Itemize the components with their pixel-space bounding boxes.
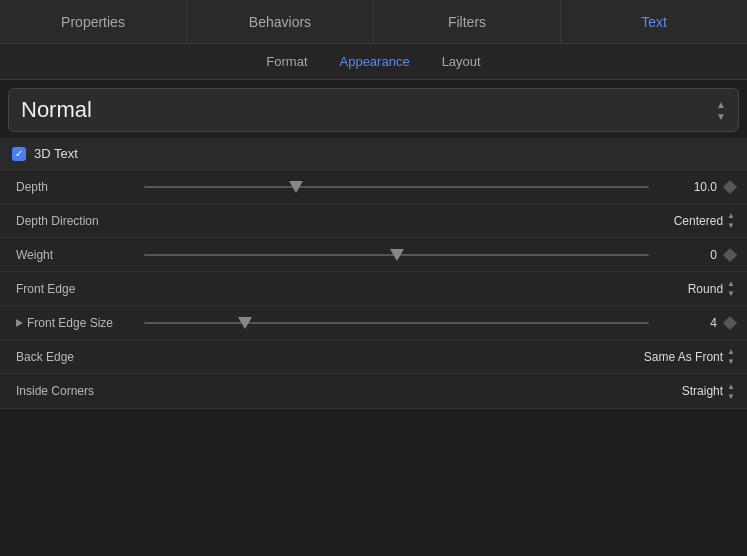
prop-row-inside-corners: Inside Corners Straight ▲▼ xyxy=(0,374,747,408)
weight-label: Weight xyxy=(16,248,136,262)
prop-row-depth: Depth 10.0 xyxy=(0,170,747,204)
depth-slider[interactable] xyxy=(144,186,649,188)
3d-text-label: 3D Text xyxy=(34,146,78,161)
depth-slider-thumb xyxy=(289,181,303,193)
style-dropdown[interactable]: Normal ▲ ▼ xyxy=(8,88,739,132)
weight-value: 0 xyxy=(657,248,717,262)
back-edge-label: Back Edge xyxy=(16,350,136,364)
expand-arrow-icon[interactable] xyxy=(16,319,23,327)
subtab-format[interactable]: Format xyxy=(266,54,307,69)
depth-keyframe-icon[interactable] xyxy=(723,179,737,193)
dropdown-value: Normal xyxy=(21,97,92,123)
properties-section: Depth 10.0 Depth Direction Centered ▲▼ W… xyxy=(0,170,747,409)
front-edge-size-slider[interactable] xyxy=(144,322,649,324)
prop-row-back-edge: Back Edge Same As Front ▲▼ xyxy=(0,340,747,374)
inside-corners-arrows: ▲▼ xyxy=(727,382,735,401)
front-edge-arrows: ▲▼ xyxy=(727,279,735,298)
prop-row-front-edge-size: Front Edge Size 4 xyxy=(0,306,747,340)
dropdown-arrows-icon: ▲ ▼ xyxy=(716,99,726,122)
weight-slider-thumb xyxy=(390,249,404,261)
tab-properties[interactable]: Properties xyxy=(0,0,187,43)
top-tab-bar: Properties Behaviors Filters Text xyxy=(0,0,747,44)
front-edge-select[interactable]: Round ▲▼ xyxy=(675,279,735,298)
inside-corners-label: Inside Corners xyxy=(16,384,136,398)
depth-direction-arrows: ▲▼ xyxy=(727,211,735,230)
subtab-appearance[interactable]: Appearance xyxy=(340,54,410,69)
weight-keyframe-icon[interactable] xyxy=(723,247,737,261)
sub-tab-bar: Format Appearance Layout xyxy=(0,44,747,80)
weight-slider[interactable] xyxy=(144,254,649,256)
3d-text-checkbox-row[interactable]: ✓ 3D Text xyxy=(0,138,747,170)
subtab-layout[interactable]: Layout xyxy=(442,54,481,69)
inside-corners-select[interactable]: Straight ▲▼ xyxy=(675,382,735,401)
front-edge-size-label: Front Edge Size xyxy=(16,316,136,330)
tab-filters[interactable]: Filters xyxy=(374,0,561,43)
prop-row-weight: Weight 0 xyxy=(0,238,747,272)
depth-direction-label: Depth Direction xyxy=(16,214,136,228)
tab-behaviors[interactable]: Behaviors xyxy=(187,0,374,43)
back-edge-select[interactable]: Same As Front ▲▼ xyxy=(644,347,735,366)
front-edge-size-slider-thumb xyxy=(238,317,252,329)
front-edge-label: Front Edge xyxy=(16,282,136,296)
back-edge-arrows: ▲▼ xyxy=(727,347,735,366)
prop-row-depth-direction: Depth Direction Centered ▲▼ xyxy=(0,204,747,238)
depth-value: 10.0 xyxy=(657,180,717,194)
front-edge-size-value: 4 xyxy=(657,316,717,330)
3d-text-checkbox[interactable]: ✓ xyxy=(12,147,26,161)
depth-direction-select[interactable]: Centered ▲▼ xyxy=(674,211,735,230)
front-edge-size-keyframe-icon[interactable] xyxy=(723,315,737,329)
tab-text[interactable]: Text xyxy=(561,0,747,43)
depth-label: Depth xyxy=(16,180,136,194)
prop-row-front-edge: Front Edge Round ▲▼ xyxy=(0,272,747,306)
